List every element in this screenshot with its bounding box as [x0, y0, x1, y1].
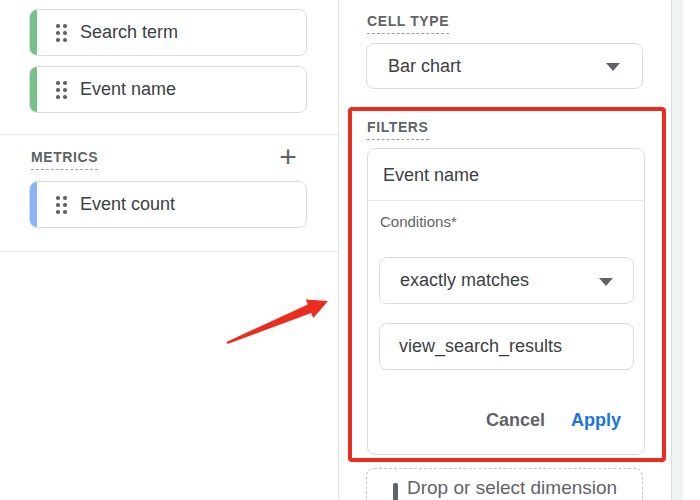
cell-type-select[interactable]: Bar chart: [366, 43, 643, 89]
plus-icon: [393, 483, 398, 500]
cancel-button[interactable]: Cancel: [482, 408, 549, 433]
metric-chip-label: Event count: [80, 194, 175, 215]
drag-handle-icon[interactable]: [56, 80, 67, 99]
dimension-chip-label: Search term: [80, 22, 178, 43]
dimension-chip-search-term[interactable]: Search term: [29, 9, 307, 56]
section-divider: [0, 251, 338, 252]
filter-card: Event name Conditions* exactly matches C…: [367, 148, 645, 455]
filter-field-name[interactable]: Event name: [383, 165, 479, 186]
filters-section-label: FILTERS: [367, 119, 429, 140]
dimension-drop-zone[interactable]: Drop or select dimension: [366, 468, 643, 500]
caret-down-icon: [606, 63, 620, 71]
metric-accent-bar: [30, 181, 37, 228]
drag-handle-icon[interactable]: [56, 23, 67, 42]
add-metric-icon[interactable]: +: [272, 141, 304, 173]
panel-divider: [338, 0, 339, 500]
conditions-label: Conditions*: [380, 213, 457, 230]
apply-button[interactable]: Apply: [567, 408, 625, 433]
caret-down-icon: [599, 278, 613, 286]
filter-value-input[interactable]: [379, 323, 634, 370]
metric-chip-event-count[interactable]: Event count: [29, 181, 307, 228]
ga4-tab-settings-screen: Search term Event name METRICS + Event c…: [0, 0, 700, 500]
scrollbar[interactable]: [672, 0, 683, 500]
condition-value: exactly matches: [400, 270, 529, 291]
cell-type-value: Bar chart: [388, 56, 461, 77]
dimension-accent-bar: [30, 66, 37, 113]
condition-select[interactable]: exactly matches: [379, 257, 634, 304]
section-divider: [0, 134, 338, 135]
card-divider: [368, 200, 644, 201]
dimension-accent-bar: [30, 9, 37, 56]
cell-type-label: CELL TYPE: [367, 13, 449, 34]
drop-zone-label: Drop or select dimension: [407, 477, 617, 499]
metrics-section-label: METRICS: [31, 149, 98, 170]
dimension-chip-event-name[interactable]: Event name: [29, 66, 307, 113]
dimension-chip-label: Event name: [80, 79, 176, 100]
drag-handle-icon[interactable]: [56, 195, 67, 214]
